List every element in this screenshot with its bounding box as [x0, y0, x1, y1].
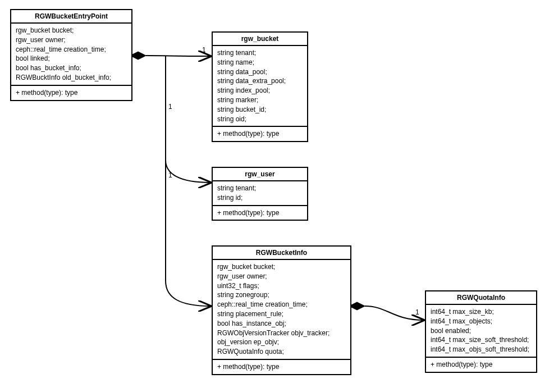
- class-title: rgw_user: [213, 168, 307, 181]
- multiplicity-label: 1: [415, 308, 419, 316]
- class-rgwquotainfo: RGWQuotaInfo int64_t max_size_kb; int64_…: [425, 290, 537, 373]
- class-methods: + method(type): type: [213, 127, 307, 141]
- class-methods: + method(type): type: [426, 358, 536, 372]
- class-attributes: rgw_bucket bucket; rgw_user owner; uint3…: [213, 260, 350, 360]
- class-title: RGWBucketInfo: [213, 247, 350, 260]
- multiplicity-label: 1: [202, 46, 206, 54]
- class-methods: + method(type): type: [213, 360, 350, 374]
- class-title: RGWQuotaInfo: [426, 291, 536, 305]
- class-methods: + method(type): type: [213, 206, 307, 220]
- multiplicity-label: 1: [168, 103, 172, 111]
- class-attributes: int64_t max_size_kb; int64_t max_objects…: [426, 305, 536, 358]
- class-attributes: string tenant; string id;: [213, 181, 307, 206]
- multiplicity-label: 1: [168, 171, 172, 179]
- class-attributes: string tenant; string name; string data_…: [213, 46, 307, 127]
- class-title: rgw_bucket: [213, 33, 307, 46]
- class-rgwbucket: rgw_bucket string tenant; string name; s…: [212, 31, 308, 142]
- class-rgwbucketinfo: RGWBucketInfo rgw_bucket bucket; rgw_use…: [212, 245, 351, 375]
- class-title: RGWBucketEntryPoint: [11, 10, 131, 24]
- class-rgwbucketentrypoint: RGWBucketEntryPoint rgw_bucket bucket; r…: [10, 9, 132, 101]
- class-methods: + method(type): type: [11, 86, 131, 100]
- class-attributes: rgw_bucket bucket; rgw_user owner; ceph:…: [11, 24, 131, 86]
- class-rgwuser: rgw_user string tenant; string id; + met…: [212, 167, 308, 221]
